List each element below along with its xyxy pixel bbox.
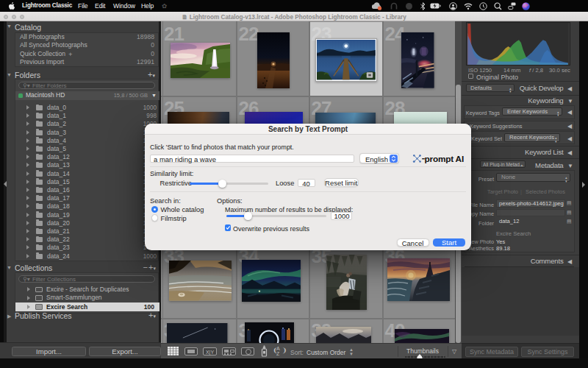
- svg-text:prompt AI: prompt AI: [425, 154, 464, 164]
